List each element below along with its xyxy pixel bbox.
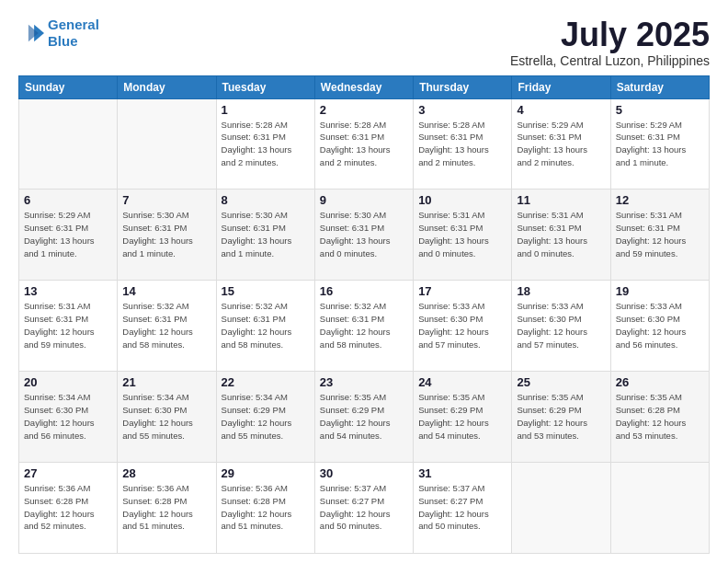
day-number: 6 xyxy=(24,193,112,207)
calendar-cell: 29Sunrise: 5:36 AM Sunset: 6:28 PM Dayli… xyxy=(216,463,314,554)
day-number: 17 xyxy=(418,284,506,298)
day-number: 4 xyxy=(517,103,605,117)
calendar-header-row: SundayMondayTuesdayWednesdayThursdayFrid… xyxy=(19,75,710,98)
day-info: Sunrise: 5:35 AM Sunset: 6:29 PM Dayligh… xyxy=(418,391,506,442)
weekday-header: Thursday xyxy=(414,75,512,98)
day-info: Sunrise: 5:30 AM Sunset: 6:31 PM Dayligh… xyxy=(320,209,408,259)
title-area: July 2025 Estrella, Central Luzon, Phili… xyxy=(510,17,710,68)
calendar-cell: 11Sunrise: 5:31 AM Sunset: 6:31 PM Dayli… xyxy=(512,190,610,281)
day-info: Sunrise: 5:29 AM Sunset: 6:31 PM Dayligh… xyxy=(616,119,704,169)
day-info: Sunrise: 5:34 AM Sunset: 6:30 PM Dayligh… xyxy=(122,391,210,442)
day-number: 29 xyxy=(222,466,310,480)
day-info: Sunrise: 5:34 AM Sunset: 6:29 PM Dayligh… xyxy=(222,391,310,442)
day-info: Sunrise: 5:32 AM Sunset: 6:31 PM Dayligh… xyxy=(222,300,310,350)
calendar-cell: 15Sunrise: 5:32 AM Sunset: 6:31 PM Dayli… xyxy=(216,281,314,372)
day-info: Sunrise: 5:28 AM Sunset: 6:31 PM Dayligh… xyxy=(320,119,408,169)
logo-text: General Blue xyxy=(48,17,99,50)
calendar-cell: 7Sunrise: 5:30 AM Sunset: 6:31 PM Daylig… xyxy=(118,190,216,281)
calendar-cell: 16Sunrise: 5:32 AM Sunset: 6:31 PM Dayli… xyxy=(314,281,413,372)
day-number: 1 xyxy=(222,103,310,117)
day-info: Sunrise: 5:29 AM Sunset: 6:31 PM Dayligh… xyxy=(24,209,112,259)
day-number: 15 xyxy=(222,284,310,298)
day-number: 23 xyxy=(320,375,408,389)
day-info: Sunrise: 5:35 AM Sunset: 6:29 PM Dayligh… xyxy=(517,391,605,442)
calendar-cell: 9Sunrise: 5:30 AM Sunset: 6:31 PM Daylig… xyxy=(314,190,413,281)
calendar-cell: 3Sunrise: 5:28 AM Sunset: 6:31 PM Daylig… xyxy=(414,98,512,190)
day-number: 19 xyxy=(616,284,704,298)
header: General Blue July 2025 Estrella, Central… xyxy=(18,17,710,68)
calendar-cell: 17Sunrise: 5:33 AM Sunset: 6:30 PM Dayli… xyxy=(414,281,512,372)
main-title: July 2025 xyxy=(510,17,710,53)
day-number: 26 xyxy=(616,375,704,389)
calendar-cell: 30Sunrise: 5:37 AM Sunset: 6:27 PM Dayli… xyxy=(314,463,413,554)
calendar-cell xyxy=(512,463,610,554)
day-info: Sunrise: 5:29 AM Sunset: 6:31 PM Dayligh… xyxy=(517,119,605,169)
day-info: Sunrise: 5:35 AM Sunset: 6:29 PM Dayligh… xyxy=(320,391,408,442)
calendar-cell: 31Sunrise: 5:37 AM Sunset: 6:27 PM Dayli… xyxy=(414,463,512,554)
day-number: 3 xyxy=(418,103,506,117)
day-number: 12 xyxy=(616,193,704,207)
day-number: 10 xyxy=(418,193,506,207)
calendar-week-row: 27Sunrise: 5:36 AM Sunset: 6:28 PM Dayli… xyxy=(19,463,710,554)
calendar-cell: 2Sunrise: 5:28 AM Sunset: 6:31 PM Daylig… xyxy=(314,98,413,190)
weekday-header: Friday xyxy=(512,75,610,98)
day-number: 7 xyxy=(122,193,210,207)
calendar-cell: 21Sunrise: 5:34 AM Sunset: 6:30 PM Dayli… xyxy=(118,372,216,463)
day-info: Sunrise: 5:36 AM Sunset: 6:28 PM Dayligh… xyxy=(24,482,112,533)
day-number: 28 xyxy=(122,466,210,480)
calendar-cell: 28Sunrise: 5:36 AM Sunset: 6:28 PM Dayli… xyxy=(118,463,216,554)
day-info: Sunrise: 5:37 AM Sunset: 6:27 PM Dayligh… xyxy=(418,482,506,533)
calendar-cell: 14Sunrise: 5:32 AM Sunset: 6:31 PM Dayli… xyxy=(118,281,216,372)
day-info: Sunrise: 5:32 AM Sunset: 6:31 PM Dayligh… xyxy=(122,300,210,350)
day-number: 2 xyxy=(320,103,408,117)
calendar-cell: 4Sunrise: 5:29 AM Sunset: 6:31 PM Daylig… xyxy=(512,98,610,190)
calendar-cell xyxy=(118,98,216,190)
day-info: Sunrise: 5:35 AM Sunset: 6:28 PM Dayligh… xyxy=(616,391,704,442)
day-info: Sunrise: 5:28 AM Sunset: 6:31 PM Dayligh… xyxy=(418,119,506,169)
calendar-week-row: 6Sunrise: 5:29 AM Sunset: 6:31 PM Daylig… xyxy=(19,190,710,281)
weekday-header: Tuesday xyxy=(216,75,314,98)
page: General Blue July 2025 Estrella, Central… xyxy=(0,0,728,563)
calendar-cell: 22Sunrise: 5:34 AM Sunset: 6:29 PM Dayli… xyxy=(216,372,314,463)
day-number: 22 xyxy=(222,375,310,389)
calendar-cell: 18Sunrise: 5:33 AM Sunset: 6:30 PM Dayli… xyxy=(512,281,610,372)
calendar-cell: 20Sunrise: 5:34 AM Sunset: 6:30 PM Dayli… xyxy=(19,372,118,463)
day-number: 14 xyxy=(122,284,210,298)
calendar-cell: 13Sunrise: 5:31 AM Sunset: 6:31 PM Dayli… xyxy=(19,281,118,372)
logo: General Blue xyxy=(18,17,99,50)
day-info: Sunrise: 5:31 AM Sunset: 6:31 PM Dayligh… xyxy=(616,209,704,259)
day-info: Sunrise: 5:33 AM Sunset: 6:30 PM Dayligh… xyxy=(418,300,506,350)
calendar-cell xyxy=(19,98,118,190)
calendar-cell: 8Sunrise: 5:30 AM Sunset: 6:31 PM Daylig… xyxy=(216,190,314,281)
calendar-cell: 6Sunrise: 5:29 AM Sunset: 6:31 PM Daylig… xyxy=(19,190,118,281)
calendar-cell: 10Sunrise: 5:31 AM Sunset: 6:31 PM Dayli… xyxy=(414,190,512,281)
weekday-header: Sunday xyxy=(19,75,118,98)
day-number: 9 xyxy=(320,193,408,207)
calendar-cell: 19Sunrise: 5:33 AM Sunset: 6:30 PM Dayli… xyxy=(610,281,709,372)
calendar-week-row: 1Sunrise: 5:28 AM Sunset: 6:31 PM Daylig… xyxy=(19,98,710,190)
day-number: 27 xyxy=(24,466,112,480)
subtitle: Estrella, Central Luzon, Philippines xyxy=(510,53,710,68)
calendar-cell: 23Sunrise: 5:35 AM Sunset: 6:29 PM Dayli… xyxy=(314,372,413,463)
calendar-cell: 1Sunrise: 5:28 AM Sunset: 6:31 PM Daylig… xyxy=(216,98,314,190)
day-info: Sunrise: 5:36 AM Sunset: 6:28 PM Dayligh… xyxy=(122,482,210,533)
day-number: 20 xyxy=(24,375,112,389)
day-number: 8 xyxy=(222,193,310,207)
calendar-cell: 12Sunrise: 5:31 AM Sunset: 6:31 PM Dayli… xyxy=(610,190,709,281)
day-number: 18 xyxy=(517,284,605,298)
day-info: Sunrise: 5:36 AM Sunset: 6:28 PM Dayligh… xyxy=(222,482,310,533)
day-number: 5 xyxy=(616,103,704,117)
calendar-week-row: 20Sunrise: 5:34 AM Sunset: 6:30 PM Dayli… xyxy=(19,372,710,463)
day-info: Sunrise: 5:32 AM Sunset: 6:31 PM Dayligh… xyxy=(320,300,408,350)
day-number: 13 xyxy=(24,284,112,298)
day-number: 30 xyxy=(320,466,408,480)
day-number: 31 xyxy=(418,466,506,480)
calendar-cell: 27Sunrise: 5:36 AM Sunset: 6:28 PM Dayli… xyxy=(19,463,118,554)
logo-line2: Blue xyxy=(48,33,78,49)
day-number: 16 xyxy=(320,284,408,298)
calendar-cell: 25Sunrise: 5:35 AM Sunset: 6:29 PM Dayli… xyxy=(512,372,610,463)
weekday-header: Monday xyxy=(118,75,216,98)
day-info: Sunrise: 5:31 AM Sunset: 6:31 PM Dayligh… xyxy=(418,209,506,259)
calendar-cell: 26Sunrise: 5:35 AM Sunset: 6:28 PM Dayli… xyxy=(610,372,709,463)
day-info: Sunrise: 5:30 AM Sunset: 6:31 PM Dayligh… xyxy=(122,209,210,259)
